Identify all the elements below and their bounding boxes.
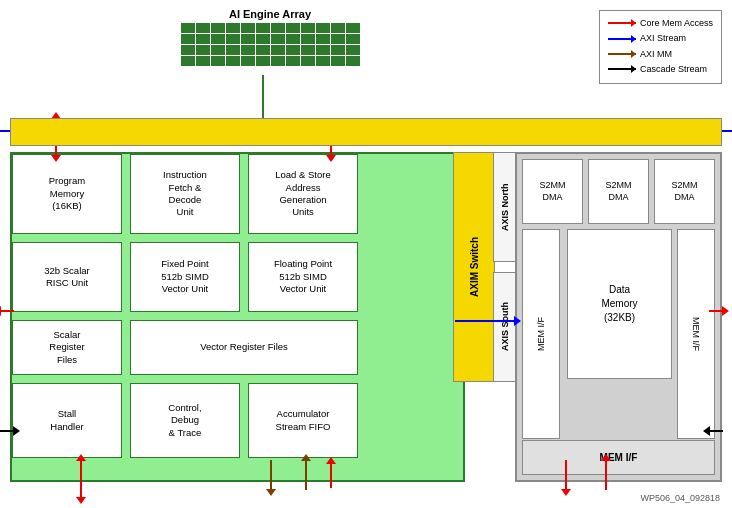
- cell-floating-point: Floating Point 512b SIMD Vector Unit: [248, 242, 358, 312]
- ai-engine-label: AI Engine Array: [150, 8, 390, 20]
- ai-cell: [286, 56, 300, 66]
- data-memory-label: DataMemory(32KB): [601, 283, 637, 325]
- red-down-l-icon: [330, 146, 332, 156]
- ai-cell: [196, 34, 210, 44]
- axis-bar: [10, 118, 722, 146]
- mem-if-bottom: MEM I/F: [522, 440, 715, 475]
- ai-cell: [226, 45, 240, 55]
- ai-cell: [196, 56, 210, 66]
- ai-cell: [211, 34, 225, 44]
- ai-cell: [271, 45, 285, 55]
- cascade-arrow-icon: [608, 68, 636, 70]
- ai-cell: [196, 23, 210, 33]
- axi-mm-arrow-icon: [608, 53, 636, 55]
- ai-to-axis-arrow-icon: [262, 75, 264, 120]
- ai-cell: [226, 23, 240, 33]
- ai-engine-grid: [150, 23, 390, 66]
- cell-instruction-fetch: Instruction Fetch & Decode Unit: [130, 154, 240, 234]
- ai-cell: [301, 34, 315, 44]
- axis-south: AXIS South: [493, 272, 517, 382]
- ai-cell: [331, 56, 345, 66]
- cell-load-store: Load & Store Address Generation Units: [248, 154, 358, 234]
- legend-label-axi-mm: AXI MM: [640, 47, 672, 61]
- scalar-reg-label: Scalar Register Files: [49, 329, 84, 366]
- load-store-label: Load & Store Address Generation Units: [275, 169, 330, 218]
- s2mm-dma-2: S2MMDMA: [588, 159, 649, 224]
- cell-fixed-point: Fixed Point 512b SIMD Vector Unit: [130, 242, 240, 312]
- legend-label-core-mem: Core Mem Access: [640, 16, 713, 30]
- s2mm-row: S2MMDMA S2MMDMA S2MMDMA: [522, 159, 715, 224]
- axis-north-label: AXIS North: [493, 152, 517, 262]
- legend: Core Mem Access AXI Stream AXI MM Cascad…: [599, 10, 722, 84]
- fixed-point-label: Fixed Point 512b SIMD Vector Unit: [161, 258, 209, 295]
- mem-if-right-label: MEM I/F: [691, 317, 701, 351]
- red-up-left-icon: [80, 460, 82, 482]
- ai-cell: [346, 45, 360, 55]
- cell-vector-register: Vector Register Files: [130, 320, 358, 375]
- mem-if-left: MEM I/F: [522, 229, 560, 439]
- ai-cell: [331, 45, 345, 55]
- ai-cell: [286, 23, 300, 33]
- black-right-icon: [0, 430, 14, 432]
- ai-cell: [271, 34, 285, 44]
- ai-cell: [241, 56, 255, 66]
- axim-switch: AXIM Switch: [453, 152, 495, 382]
- vector-reg-label: Vector Register Files: [200, 341, 288, 353]
- cell-program-memory: Program Memory (16KB): [12, 154, 122, 234]
- legend-item-axi-stream: AXI Stream: [608, 31, 713, 45]
- red-arrow-down-1-icon: [55, 146, 57, 156]
- blue-h-right-icon: [455, 320, 515, 322]
- wp-label: WP506_04_092818: [640, 493, 720, 503]
- axis-south-label: AXIS South: [493, 272, 517, 382]
- ai-cell: [256, 56, 270, 66]
- ai-cell: [181, 23, 195, 33]
- ai-cell: [271, 23, 285, 33]
- s2mm-dma-1: S2MMDMA: [522, 159, 583, 224]
- stall-handler-label: Stall Handler: [50, 408, 83, 433]
- red-left-h-icon: [0, 310, 14, 312]
- cell-accumulator: Accumulator Stream FIFO: [248, 383, 358, 458]
- ai-cell: [331, 23, 345, 33]
- axi-stream-arrow-icon: [608, 38, 636, 40]
- ai-cell: [181, 56, 195, 66]
- red-down-r1-icon: [565, 460, 567, 490]
- ai-cell: [286, 34, 300, 44]
- legend-item-axi-mm: AXI MM: [608, 47, 713, 61]
- ai-cell: [226, 56, 240, 66]
- ai-cell: [316, 34, 330, 44]
- cell-stall-handler: Stall Handler: [12, 383, 122, 458]
- brown-down-icon: [270, 460, 272, 490]
- cell-control-debug: Control, Debug & Trace: [130, 383, 240, 458]
- ai-cell: [196, 45, 210, 55]
- ai-cell: [181, 34, 195, 44]
- ai-cell: [301, 23, 315, 33]
- legend-item-core-mem: Core Mem Access: [608, 16, 713, 30]
- cell-scalar-risc: 32b Scalar RISC Unit: [12, 242, 122, 312]
- ai-cell: [256, 45, 270, 55]
- legend-item-cascade: Cascade Stream: [608, 62, 713, 76]
- ai-cell: [346, 23, 360, 33]
- right-section: S2MMDMA S2MMDMA S2MMDMA MEM I/F DataMemo…: [515, 152, 722, 482]
- red-arrow-up-2-icon: [330, 463, 332, 488]
- ai-cell: [211, 45, 225, 55]
- ai-cell: [271, 56, 285, 66]
- ai-cell: [241, 34, 255, 44]
- control-debug-label: Control, Debug & Trace: [168, 402, 201, 439]
- s2mm-dma-3: S2MMDMA: [654, 159, 715, 224]
- ai-engine-section: AI Engine Array: [150, 8, 390, 66]
- prog-mem-label: Program Memory (16KB): [49, 175, 85, 212]
- ai-cell: [241, 23, 255, 33]
- accumulator-label: Accumulator Stream FIFO: [276, 408, 331, 433]
- red-up-r1-icon: [605, 460, 607, 490]
- ai-cell: [301, 56, 315, 66]
- cell-scalar-register: Scalar Register Files: [12, 320, 122, 375]
- core-mem-arrow-icon: [608, 22, 636, 24]
- floating-point-label: Floating Point 512b SIMD Vector Unit: [274, 258, 332, 295]
- axis-north: AXIS North: [493, 152, 517, 262]
- ai-cell: [211, 23, 225, 33]
- legend-label-cascade: Cascade Stream: [640, 62, 707, 76]
- ai-cell: [211, 56, 225, 66]
- ai-cell: [316, 45, 330, 55]
- ai-cell: [331, 34, 345, 44]
- black-left-icon: [709, 430, 723, 432]
